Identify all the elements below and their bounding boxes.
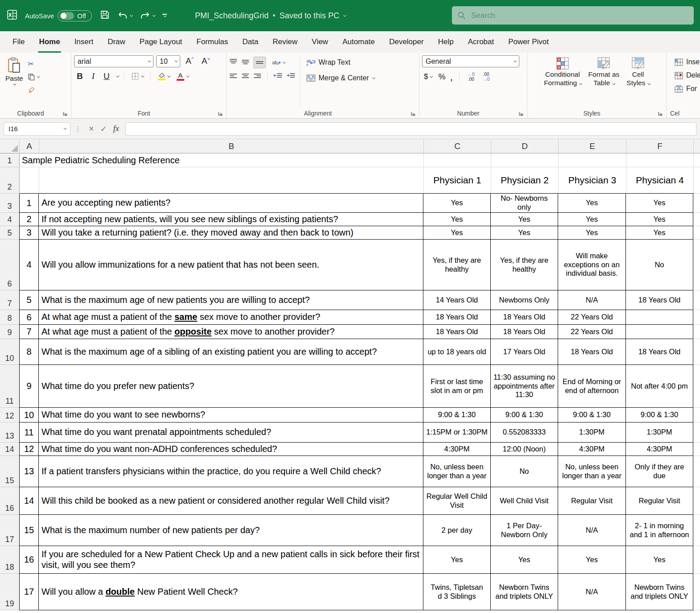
- percent-format-button[interactable]: %: [438, 72, 445, 82]
- cell-D17[interactable]: 1 Per Day- Newborn Only: [491, 515, 558, 546]
- cell-F15[interactable]: Only if they are due: [626, 456, 693, 487]
- row-header-18[interactable]: 18: [0, 546, 20, 574]
- row-header-6[interactable]: 6: [0, 240, 20, 290]
- cell-F2[interactable]: Physician 4: [626, 167, 694, 194]
- cell-B16[interactable]: Will this child be booked as a new patie…: [39, 487, 423, 515]
- cell-F18[interactable]: Yes: [626, 546, 693, 574]
- cell-B2[interactable]: [39, 167, 424, 194]
- cell-A3[interactable]: 1: [19, 194, 39, 213]
- orientation-button[interactable]: ab: [270, 57, 286, 68]
- cell-B15[interactable]: If a patient transfers physicians within…: [39, 456, 423, 487]
- cell-B13[interactable]: What time do you want prenatal appointme…: [39, 422, 423, 443]
- conditional-formatting-button[interactable]: ConditionalFormatting: [541, 55, 584, 108]
- cell-D15[interactable]: No: [491, 456, 558, 487]
- row-header-10[interactable]: 10: [0, 339, 20, 365]
- cell-A4[interactable]: 2: [19, 213, 39, 226]
- cell-C15[interactable]: No, unless been longer than a year: [423, 456, 491, 487]
- cell-C2[interactable]: Physician 1: [424, 167, 491, 194]
- column-header-A[interactable]: A: [20, 139, 39, 153]
- cell-B14[interactable]: What time do you want non-ADHD conferenc…: [39, 443, 423, 456]
- cell-A10[interactable]: 8: [19, 339, 39, 365]
- row-header-2[interactable]: 2: [0, 167, 20, 194]
- cell-B3[interactable]: Are you accepting new patients?: [39, 194, 423, 213]
- cell-A19[interactable]: 17: [19, 574, 39, 610]
- cell-F8[interactable]: [626, 310, 693, 325]
- cell-F6[interactable]: No: [626, 240, 693, 290]
- row-header-15[interactable]: 15: [0, 456, 20, 487]
- cancel-button[interactable]: ×: [89, 124, 94, 134]
- cell-D5[interactable]: Yes: [491, 226, 558, 240]
- row-header-9[interactable]: 9: [0, 325, 20, 339]
- search-box[interactable]: [452, 6, 694, 25]
- cell-E1[interactable]: [559, 153, 626, 167]
- font-color-button[interactable]: A: [175, 70, 190, 82]
- font-dialog-launcher[interactable]: [217, 110, 224, 116]
- cell-C19[interactable]: Twins, Tipletsan d 3 Siblings: [423, 574, 491, 610]
- cell-F13[interactable]: 1:30PM: [626, 422, 693, 443]
- row-header-4[interactable]: 4: [0, 213, 20, 226]
- cell-E8[interactable]: 22 Years Old: [558, 310, 626, 325]
- align-middle-button[interactable]: [241, 58, 249, 67]
- tab-power-pivot[interactable]: Power Pivot: [501, 31, 556, 53]
- cell-B6[interactable]: Will you allow immunizations for a new p…: [39, 240, 423, 290]
- cell-C11[interactable]: First or last time slot in am or pm: [423, 365, 491, 408]
- cell-B4[interactable]: If not accepting new patients, will you …: [39, 213, 423, 226]
- cell-E12[interactable]: 9:00 & 1:30: [558, 408, 626, 422]
- cell-C12[interactable]: 9:00 & 1:30: [423, 408, 491, 422]
- cell-F1[interactable]: [626, 153, 694, 167]
- cell-B8[interactable]: At what age must a patient of the same s…: [39, 310, 423, 325]
- cell-E14[interactable]: 4:30PM: [558, 443, 626, 456]
- format-painter-button[interactable]: [26, 84, 41, 95]
- cell-F7[interactable]: 18 Years Old: [626, 290, 693, 310]
- insert-function-button[interactable]: fx: [113, 124, 119, 133]
- autosave-control[interactable]: AutoSave Off: [25, 10, 92, 21]
- cell-B9[interactable]: At what age must a patient of the opposi…: [39, 325, 423, 339]
- align-left-button[interactable]: [229, 72, 237, 81]
- name-box-dropdown-icon[interactable]: [63, 127, 66, 130]
- styles-dialog-launcher[interactable]: [657, 110, 663, 116]
- cell-B18[interactable]: If you are scheduled for a New Patient C…: [39, 546, 423, 574]
- format-cells-button[interactable]: For: [673, 83, 700, 95]
- cell-D7[interactable]: Newborns Only: [491, 290, 558, 310]
- cell-F17[interactable]: 2- 1 in morning and 1 in afternoon: [626, 515, 693, 546]
- cell-E3[interactable]: Yes: [558, 194, 626, 213]
- cell-F9[interactable]: [626, 325, 693, 339]
- tab-acrobat[interactable]: Acrobat: [461, 31, 501, 53]
- clipboard-dialog-launcher[interactable]: [62, 110, 68, 116]
- row-header-12[interactable]: 12: [0, 408, 20, 422]
- cell-D19[interactable]: Newborn Twins and triplets ONLY: [491, 574, 558, 610]
- decrease-font-size-button[interactable]: A˅: [199, 56, 213, 66]
- number-dialog-launcher[interactable]: [518, 110, 524, 116]
- cell-C4[interactable]: Yes: [423, 213, 491, 226]
- cell-D10[interactable]: 17 Years Old: [491, 339, 558, 365]
- document-title-area[interactable]: PMI_SchedulingGrid • Saved to this PC: [195, 0, 345, 31]
- align-bottom-button[interactable]: [253, 57, 266, 68]
- cell-E15[interactable]: No, unless been longer than a year: [558, 456, 626, 487]
- cell-E2[interactable]: Physician 3: [559, 167, 626, 194]
- cell-C6[interactable]: Yes, if they are healthy: [423, 240, 491, 290]
- paste-button[interactable]: Paste: [3, 55, 26, 108]
- cell-D2[interactable]: Physician 2: [491, 167, 559, 194]
- enter-button[interactable]: ✓: [100, 124, 107, 134]
- row-header-8[interactable]: 8: [0, 310, 20, 325]
- cell-C13[interactable]: 1:15PM or 1:30PM: [423, 422, 491, 443]
- redo-dropdown-icon[interactable]: [152, 13, 155, 17]
- cell-F12[interactable]: 9:00 & 1:30: [626, 408, 693, 422]
- underline-dropdown-icon[interactable]: [116, 74, 119, 77]
- column-header-E[interactable]: E: [559, 139, 626, 153]
- cell-D12[interactable]: 9:00 & 1:30: [491, 408, 558, 422]
- row-header-1[interactable]: 1: [0, 153, 20, 167]
- cell-A13[interactable]: 11: [19, 422, 39, 443]
- cell-F3[interactable]: Yes: [626, 194, 693, 213]
- cell-A9[interactable]: 7: [19, 325, 39, 339]
- row-header-16[interactable]: 16: [0, 487, 20, 515]
- row-header-14[interactable]: 14: [0, 443, 20, 456]
- cell-A16[interactable]: 14: [19, 487, 39, 515]
- cell-D11[interactable]: 11:30 assuming no appointments after 11:…: [491, 365, 558, 408]
- cell-A17[interactable]: 15: [19, 515, 39, 546]
- copy-button[interactable]: [26, 71, 41, 83]
- cell-C7[interactable]: 14 Years Old: [423, 290, 491, 310]
- insert-cells-button[interactable]: Inse: [673, 56, 700, 68]
- cell-D6[interactable]: Yes, if they are healthy: [491, 240, 558, 290]
- cell-A18[interactable]: 16: [19, 546, 39, 574]
